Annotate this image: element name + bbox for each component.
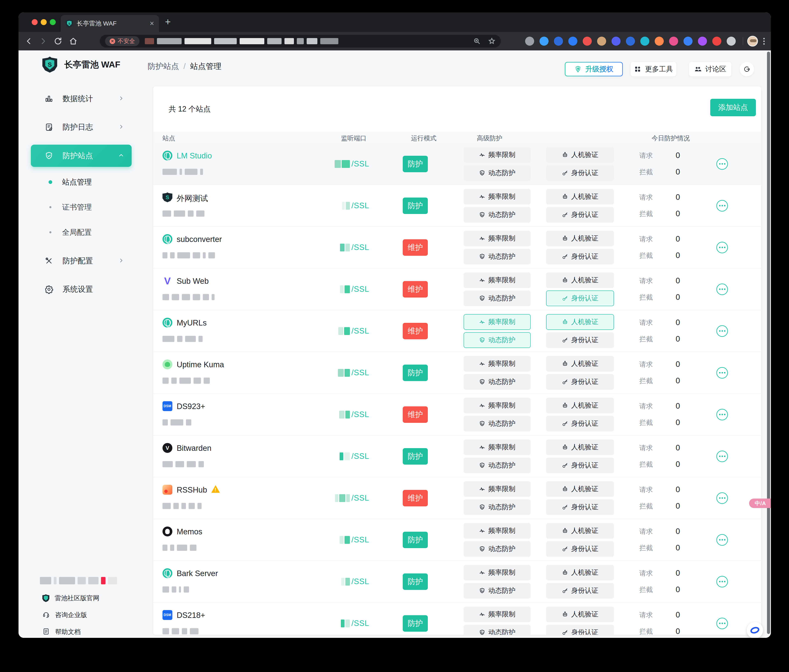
table-row[interactable]: RSSHub /SSL 维护 频率限制人机验证动态防护身份认证 请求 0 拦截 …	[153, 477, 761, 519]
browser-extension-icon[interactable]	[554, 37, 563, 46]
browser-extension-icon[interactable]	[612, 37, 621, 46]
browser-extension-icon[interactable]	[727, 37, 736, 46]
browser-extension-icon[interactable]	[712, 37, 721, 46]
feature-captcha-button[interactable]: 人机验证	[546, 398, 614, 413]
table-row[interactable]: V Sub Web /SSL 维护 频率限制人机验证动态防护身份认证 请求 0 …	[153, 269, 761, 310]
feature-rate-button[interactable]: 频率限制	[463, 523, 531, 539]
traffic-light-maximize[interactable]	[50, 19, 56, 25]
browser-tab[interactable]: S 长亭雷池 WAF ×	[61, 15, 159, 32]
feature-captcha-button[interactable]: 人机验证	[546, 606, 614, 622]
table-row[interactable]: DSM DS218+ /SSL 防护 频率限制人机验证动态防护身份认证 请求 0…	[153, 603, 761, 635]
feature-dynamic-button[interactable]: 动态防护	[463, 625, 531, 635]
browser-extension-icon[interactable]	[655, 37, 664, 46]
row-more-button[interactable]	[716, 618, 728, 629]
site-name[interactable]: DS218+	[177, 611, 205, 620]
sidebar-item-certificates[interactable]: 证书管理	[31, 199, 132, 215]
row-more-button[interactable]	[716, 409, 728, 420]
feature-auth-button[interactable]: 身份认证	[546, 541, 614, 557]
feature-rate-button[interactable]: 频率限制	[463, 147, 531, 163]
table-row[interactable]: V Bitwarden /SSL 防护 频率限制人机验证动态防护身份认证 请求 …	[153, 435, 761, 477]
feature-dynamic-button[interactable]: 动态防护	[463, 291, 531, 306]
sidebar-item-system-settings[interactable]: 系统设置	[31, 280, 132, 298]
feature-captcha-button[interactable]: 人机验证	[546, 356, 614, 371]
row-more-button[interactable]	[716, 576, 728, 587]
table-row[interactable]: DSM DS923+ /SSL 维护 频率限制人机验证动态防护身份认证 请求 0…	[153, 394, 761, 435]
sidebar-item-site-management[interactable]: 站点管理	[31, 174, 132, 190]
sidebar-item-logs[interactable]: 防护日志	[31, 118, 132, 136]
profile-avatar[interactable]	[747, 36, 758, 46]
browser-extension-icon[interactable]	[540, 37, 549, 46]
table-row[interactable]: LM Studio /SSL 防护 频率限制人机验证动态防护身份认证 请求 0 …	[153, 143, 761, 185]
more-tools-button[interactable]: 更多工具	[631, 62, 676, 76]
browser-extension-icon[interactable]	[669, 37, 678, 46]
traffic-light-minimize[interactable]	[41, 19, 47, 25]
page-scrollbar[interactable]	[767, 52, 770, 634]
forward-icon[interactable]	[37, 32, 50, 50]
site-name[interactable]: DS923+	[177, 402, 205, 411]
row-more-button[interactable]	[716, 325, 728, 337]
feature-rate-button[interactable]: 频率限制	[463, 481, 531, 497]
feature-rate-button[interactable]: 频率限制	[463, 230, 531, 246]
feature-dynamic-button[interactable]: 动态防护	[463, 458, 531, 473]
feature-rate-button[interactable]: 频率限制	[463, 398, 531, 413]
browser-extension-icon[interactable]	[597, 37, 606, 46]
feature-captcha-button[interactable]: 人机验证	[546, 147, 614, 163]
feature-auth-button[interactable]: 身份认证	[546, 499, 614, 515]
back-icon[interactable]	[22, 32, 35, 50]
row-more-button[interactable]	[716, 534, 728, 546]
table-row[interactable]: MyURLs /SSL 维护 频率限制人机验证动态防护身份认证 请求 0 拦截 …	[153, 310, 761, 352]
feature-rate-button[interactable]: 频率限制	[463, 440, 531, 455]
feature-captcha-button[interactable]: 人机验证	[546, 440, 614, 455]
feature-dynamic-button[interactable]: 动态防护	[463, 207, 531, 222]
feature-captcha-button[interactable]: 人机验证	[546, 314, 614, 330]
feature-captcha-button[interactable]: 人机验证	[546, 481, 614, 497]
upgrade-license-button[interactable]: 升级授权	[565, 62, 623, 76]
row-more-button[interactable]	[716, 200, 728, 211]
sidebar-item-protected-sites[interactable]: 防护站点	[31, 145, 132, 167]
site-name[interactable]: 外网测试	[177, 193, 208, 204]
feature-rate-button[interactable]: 频率限制	[463, 272, 531, 288]
table-row[interactable]: Memos /SSL 防护 频率限制人机验证动态防护身份认证 请求 0 拦截 0	[153, 519, 761, 561]
feature-rate-button[interactable]: 频率限制	[463, 606, 531, 622]
sidebar-link-community-site[interactable]: 雷池社区版官网	[42, 592, 99, 604]
site-name[interactable]: Bitwarden	[177, 444, 211, 453]
feature-rate-button[interactable]: 频率限制	[463, 189, 531, 205]
site-name[interactable]: Uptime Kuma	[177, 360, 224, 369]
add-site-button[interactable]: 添加站点	[710, 99, 756, 116]
feature-dynamic-button[interactable]: 动态防护	[463, 249, 531, 264]
row-more-button[interactable]	[716, 367, 728, 379]
feature-rate-button[interactable]: 频率限制	[463, 565, 531, 581]
feature-dynamic-button[interactable]: 动态防护	[463, 499, 531, 515]
sidebar-link-help-docs[interactable]: 帮助文档	[42, 626, 81, 638]
feature-auth-button[interactable]: 身份认证	[546, 374, 614, 390]
browser-extension-icon[interactable]	[698, 37, 707, 46]
feature-dynamic-button[interactable]: 动态防护	[463, 583, 531, 598]
site-name[interactable]: subconverter	[177, 235, 222, 244]
site-name[interactable]: Bark Server	[177, 569, 218, 578]
feature-dynamic-button[interactable]: 动态防护	[463, 374, 531, 390]
reload-icon[interactable]	[52, 32, 64, 50]
breadcrumb-parent[interactable]: 防护站点	[148, 61, 179, 72]
new-tab-button[interactable]: +	[165, 16, 171, 27]
site-name[interactable]: Memos	[177, 527, 203, 536]
feature-auth-button[interactable]: 身份认证	[546, 207, 614, 222]
site-name[interactable]: Sub Web	[177, 277, 209, 286]
sidebar-link-enterprise[interactable]: 咨询企业版	[42, 609, 87, 621]
row-more-button[interactable]	[716, 283, 728, 295]
browser-extension-icon[interactable]	[583, 37, 592, 46]
feature-dynamic-button[interactable]: 动态防护	[463, 332, 531, 348]
sidebar-item-statistics[interactable]: 数据统计	[31, 90, 132, 107]
feature-auth-button[interactable]: 身份认证	[546, 416, 614, 432]
site-name[interactable]: LM Studio	[177, 152, 212, 160]
feature-auth-button[interactable]: 身份认证	[546, 332, 614, 348]
extension-icons[interactable]	[525, 37, 741, 46]
site-name[interactable]: RSSHub	[177, 486, 207, 494]
assistant-fab[interactable]	[747, 622, 763, 638]
browser-extension-icon[interactable]	[684, 37, 693, 46]
address-bar[interactable]: ✕ 不安全	[100, 35, 501, 48]
browser-menu-icon[interactable]	[763, 37, 765, 46]
traffic-light-close[interactable]	[32, 19, 38, 25]
feature-captcha-button[interactable]: 人机验证	[546, 189, 614, 205]
feature-dynamic-button[interactable]: 动态防护	[463, 541, 531, 557]
table-row[interactable]: Bark Server /SSL 防护 频率限制人机验证动态防护身份认证 请求 …	[153, 561, 761, 603]
